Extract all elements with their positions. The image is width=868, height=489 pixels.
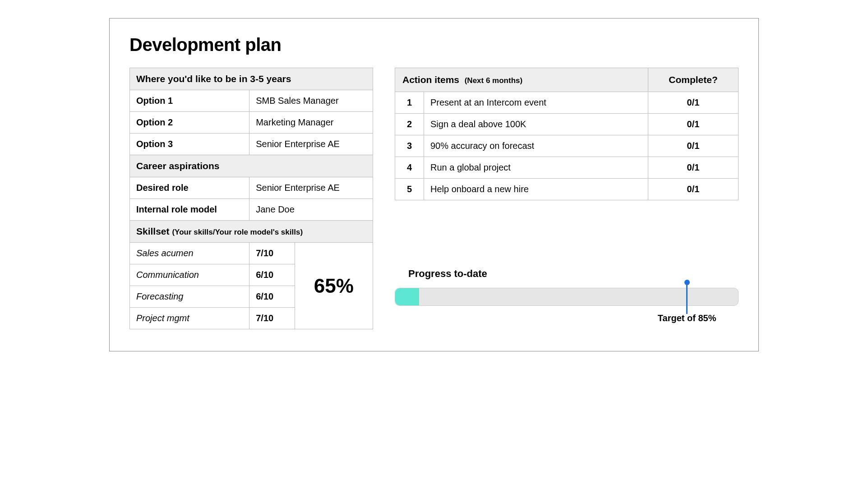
goals-table: Where you'd like to be in 3-5 years Opti… [129,68,373,329]
skill-score: 7/10 [249,308,295,329]
option-label: Option 1 [130,90,249,112]
skill-total: 65% [295,243,373,329]
progress-title: Progress to-date [408,268,739,280]
future-header: Where you'd like to be in 3-5 years [130,68,373,90]
option-value: SMB Sales Manager [249,90,373,112]
skill-name: Sales acumen [130,243,249,264]
actions-header: Action items (Next 6 months) [395,68,648,92]
action-desc: Sign a deal above 100K [424,114,648,135]
action-num: 3 [395,135,424,157]
table-row: 3 90% accuracy on forecast 0/1 [395,135,739,157]
table-row: 5 Help onboard a new hire 0/1 [395,179,739,200]
action-complete: 0/1 [648,179,739,200]
left-column: Where you'd like to be in 3-5 years Opti… [129,68,373,329]
skill-score: 6/10 [249,264,295,286]
option-label: Option 3 [130,134,249,155]
progress-fill [395,288,419,305]
action-num: 1 [395,92,424,114]
aspiration-label: Internal role model [130,199,249,221]
aspirations-header: Career aspirations [130,155,373,177]
target-marker [686,281,688,314]
skill-name: Forecasting [130,286,249,308]
progress-block: Progress to-date Target of 85% [395,268,739,306]
aspiration-value: Senior Enterprise AE [249,177,373,199]
development-plan-page: Development plan Where you'd like to be … [109,18,759,351]
right-column: Action items (Next 6 months) Complete? 1… [395,68,739,306]
table-row: Sales acumen 7/10 65% [130,243,373,264]
skillset-header-title: Skillset [136,226,170,236]
target-label: Target of 85% [658,313,716,323]
complete-header: Complete? [648,68,739,92]
table-row: 4 Run a global project 0/1 [395,157,739,179]
actions-header-sub: (Next 6 months) [465,76,522,85]
skill-score: 6/10 [249,286,295,308]
table-row: Option 3 Senior Enterprise AE [130,134,373,155]
action-desc: 90% accuracy on forecast [424,135,648,157]
table-row: 2 Sign a deal above 100K 0/1 [395,114,739,135]
table-row: Option 1 SMB Sales Manager [130,90,373,112]
skill-score: 7/10 [249,243,295,264]
actions-table: Action items (Next 6 months) Complete? 1… [395,68,739,200]
action-complete: 0/1 [648,114,739,135]
action-num: 4 [395,157,424,179]
option-value: Senior Enterprise AE [249,134,373,155]
aspiration-value: Jane Doe [249,199,373,221]
page-title: Development plan [129,35,739,55]
action-num: 5 [395,179,424,200]
skill-name: Communication [130,264,249,286]
progress-bar: Target of 85% [395,288,739,306]
option-value: Marketing Manager [249,112,373,134]
table-row: Desired role Senior Enterprise AE [130,177,373,199]
action-desc: Run a global project [424,157,648,179]
action-num: 2 [395,114,424,135]
table-row: Option 2 Marketing Manager [130,112,373,134]
action-desc: Present at an Intercom event [424,92,648,114]
columns: Where you'd like to be in 3-5 years Opti… [129,68,739,329]
skillset-header-sub: (Your skills/Your role model's skills) [172,228,303,236]
option-label: Option 2 [130,112,249,134]
target-dot-icon [684,280,690,285]
table-row: 1 Present at an Intercom event 0/1 [395,92,739,114]
actions-header-title: Action items [402,74,459,85]
action-complete: 0/1 [648,92,739,114]
action-complete: 0/1 [648,157,739,179]
aspiration-label: Desired role [130,177,249,199]
skillset-header: Skillset (Your skills/Your role model's … [130,221,373,243]
skill-name: Project mgmt [130,308,249,329]
table-row: Internal role model Jane Doe [130,199,373,221]
action-complete: 0/1 [648,135,739,157]
action-desc: Help onboard a new hire [424,179,648,200]
